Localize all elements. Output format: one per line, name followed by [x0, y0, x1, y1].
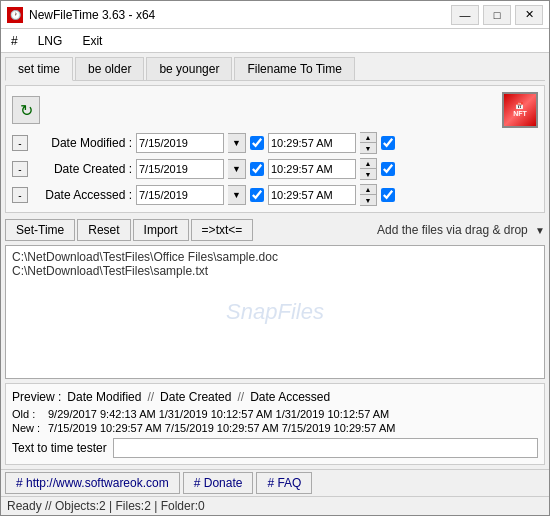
- accessed-time-input[interactable]: [268, 185, 356, 205]
- stamp-icon-right: 📅NFT: [502, 92, 538, 128]
- preview-col-created: Date Created: [160, 390, 231, 404]
- modified-date-input[interactable]: [136, 133, 224, 153]
- close-button[interactable]: ✕: [515, 5, 543, 25]
- accessed-time-spin: ▲ ▼: [360, 184, 377, 206]
- modified-label: Date Modified :: [32, 136, 132, 150]
- set-time-button[interactable]: Set-Time: [5, 219, 75, 241]
- text-tester-input[interactable]: [113, 438, 538, 458]
- preview-old-row: Old : 9/29/2017 9:42:13 AM 1/31/2019 10:…: [12, 408, 538, 420]
- preview-new-values: 7/15/2019 10:29:57 AM 7/15/2019 10:29:57…: [48, 422, 538, 434]
- file-item-1: C:\NetDownload\TestFiles\Office Files\sa…: [12, 250, 538, 264]
- preview-col-accessed: Date Accessed: [250, 390, 330, 404]
- menu-lng[interactable]: LNG: [34, 32, 67, 50]
- minimize-button[interactable]: —: [451, 5, 479, 25]
- window-controls: — □ ✕: [451, 5, 543, 25]
- preview-sep2: //: [237, 390, 244, 404]
- accessed-date-input[interactable]: [136, 185, 224, 205]
- modified-time-check[interactable]: [381, 136, 395, 150]
- created-date-picker[interactable]: ▼: [228, 159, 246, 179]
- preview-header: Preview : Date Modified // Date Created …: [12, 390, 538, 404]
- set-time-panel: ↻ 📅NFT - Date Modified : ▼ ▲ ▼: [5, 85, 545, 213]
- accessed-toggle[interactable]: -: [12, 187, 28, 203]
- status-bar: Ready // Objects:2 | Files:2 | Folder:0: [1, 496, 549, 515]
- preview-col-modified: Date Modified: [67, 390, 141, 404]
- main-content: set time be older be younger Filename To…: [1, 53, 549, 469]
- created-spin-down[interactable]: ▼: [360, 169, 376, 179]
- accessed-date-picker[interactable]: ▼: [228, 185, 246, 205]
- title-bar: 🕐 NewFileTime 3.63 - x64 — □ ✕: [1, 1, 549, 29]
- link-website[interactable]: # http://www.softwareok.com: [5, 472, 180, 494]
- accessed-label: Date Accessed :: [32, 188, 132, 202]
- preview-label: Preview :: [12, 390, 61, 404]
- menu-bar: # LNG Exit: [1, 29, 549, 53]
- modified-date-check[interactable]: [250, 136, 264, 150]
- created-toggle[interactable]: -: [12, 161, 28, 177]
- accessed-date-check[interactable]: [250, 188, 264, 202]
- file-item-2: C:\NetDownload\TestFiles\sample.txt: [12, 264, 538, 278]
- drag-drop-arrow[interactable]: ▼: [535, 225, 545, 236]
- created-date-check[interactable]: [250, 162, 264, 176]
- icon-row: ↻ 📅NFT: [12, 92, 538, 128]
- created-time-spin: ▲ ▼: [360, 158, 377, 180]
- tab-set-time[interactable]: set time: [5, 57, 73, 81]
- window-title: NewFileTime 3.63 - x64: [29, 8, 451, 22]
- preview-new-row: New : 7/15/2019 10:29:57 AM 7/15/2019 10…: [12, 422, 538, 434]
- created-label: Date Created :: [32, 162, 132, 176]
- modified-toggle[interactable]: -: [12, 135, 28, 151]
- modified-spin-down[interactable]: ▼: [360, 143, 376, 153]
- bottom-links: # http://www.softwareok.com # Donate # F…: [1, 469, 549, 496]
- preview-section: Preview : Date Modified // Date Created …: [5, 383, 545, 465]
- created-time-check[interactable]: [381, 162, 395, 176]
- text-tester-label: Text to time tester: [12, 441, 107, 455]
- main-window: 🕐 NewFileTime 3.63 - x64 — □ ✕ # LNG Exi…: [0, 0, 550, 516]
- txt-convert-button[interactable]: =>txt<=: [191, 219, 254, 241]
- drag-drop-label: Add the files via drag & drop: [377, 223, 528, 237]
- file-list[interactable]: C:\NetDownload\TestFiles\Office Files\sa…: [5, 245, 545, 379]
- import-button[interactable]: Import: [133, 219, 189, 241]
- date-modified-row: - Date Modified : ▼ ▲ ▼: [12, 132, 538, 154]
- menu-exit[interactable]: Exit: [78, 32, 106, 50]
- preview-sep1: //: [147, 390, 154, 404]
- modified-spin-up[interactable]: ▲: [360, 133, 376, 143]
- created-date-input[interactable]: [136, 159, 224, 179]
- link-faq[interactable]: # FAQ: [256, 472, 312, 494]
- accessed-spin-down[interactable]: ▼: [360, 195, 376, 205]
- text-tester-row: Text to time tester: [12, 438, 538, 458]
- created-spin-up[interactable]: ▲: [360, 159, 376, 169]
- preview-old-values: 9/29/2017 9:42:13 AM 1/31/2019 10:12:57 …: [48, 408, 538, 420]
- app-icon: 🕐: [7, 7, 23, 23]
- created-time-input[interactable]: [268, 159, 356, 179]
- reset-button[interactable]: Reset: [77, 219, 130, 241]
- action-bar: Set-Time Reset Import =>txt<= Add the fi…: [5, 219, 545, 241]
- accessed-time-check[interactable]: [381, 188, 395, 202]
- drag-drop-hint: Add the files via drag & drop ▼: [377, 223, 545, 237]
- modified-time-input[interactable]: [268, 133, 356, 153]
- modified-date-picker[interactable]: ▼: [228, 133, 246, 153]
- accessed-spin-up[interactable]: ▲: [360, 185, 376, 195]
- tab-be-younger[interactable]: be younger: [146, 57, 232, 80]
- status-text: Ready // Objects:2 | Files:2 | Folder:0: [7, 499, 205, 513]
- date-created-row: - Date Created : ▼ ▲ ▼: [12, 158, 538, 180]
- tab-filename-to-time[interactable]: Filename To Time: [234, 57, 354, 80]
- preview-new-label: New :: [12, 422, 42, 434]
- menu-hash[interactable]: #: [7, 32, 22, 50]
- maximize-button[interactable]: □: [483, 5, 511, 25]
- preview-old-label: Old :: [12, 408, 42, 420]
- watermark: SnapFiles: [226, 299, 324, 325]
- tab-be-older[interactable]: be older: [75, 57, 144, 80]
- modified-time-spin: ▲ ▼: [360, 132, 377, 154]
- link-donate[interactable]: # Donate: [183, 472, 254, 494]
- date-accessed-row: - Date Accessed : ▼ ▲ ▼: [12, 184, 538, 206]
- tab-bar: set time be older be younger Filename To…: [5, 57, 545, 81]
- refresh-icon[interactable]: ↻: [12, 96, 40, 124]
